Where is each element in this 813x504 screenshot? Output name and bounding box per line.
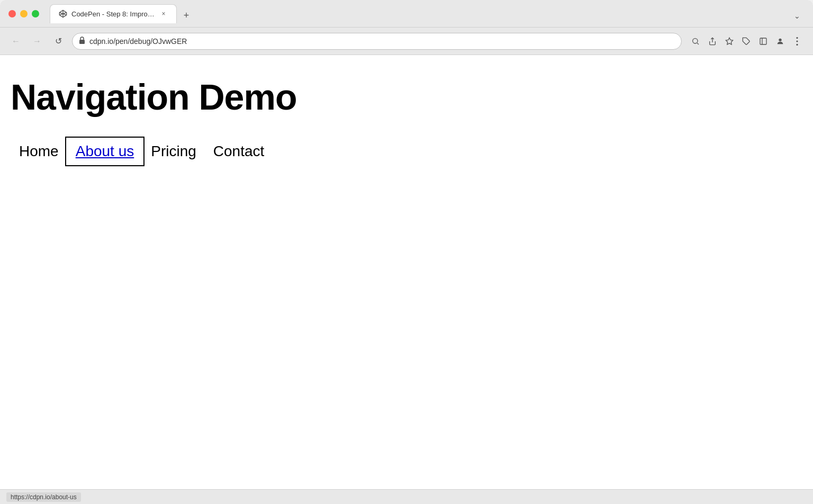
svg-marker-8 [726, 38, 733, 44]
navigation: Home About us Pricing Contact [11, 139, 802, 164]
nav-link-about[interactable]: About us [67, 139, 143, 164]
nav-item-pricing: Pricing [142, 139, 205, 164]
menu-button[interactable] [790, 34, 805, 49]
page-title: Navigation Demo [11, 76, 802, 118]
bookmark-button[interactable] [722, 34, 737, 49]
nav-item-contact: Contact [205, 139, 273, 164]
nav-links: Home About us Pricing Contact [11, 139, 802, 164]
share-button[interactable] [705, 34, 720, 49]
title-bar: CodePen - Step 8: Improve fo... × + ⌄ [0, 0, 813, 28]
lock-icon [79, 37, 85, 46]
nav-link-home[interactable]: Home [11, 139, 67, 164]
svg-point-13 [796, 37, 798, 39]
active-tab[interactable]: CodePen - Step 8: Improve fo... × [50, 4, 177, 23]
status-bar: https://cdpn.io/about-us [0, 489, 813, 504]
nav-item-about: About us [67, 139, 143, 164]
tab-bar: CodePen - Step 8: Improve fo... × + ⌄ [50, 4, 805, 23]
nav-link-pricing[interactable]: Pricing [142, 139, 205, 164]
maximize-window-button[interactable] [32, 10, 39, 17]
svg-point-14 [796, 40, 798, 42]
svg-point-15 [796, 43, 798, 45]
extensions-button[interactable] [739, 34, 754, 49]
close-window-button[interactable] [8, 10, 16, 17]
url-bar[interactable]: cdpn.io/pen/debug/OJvwGER [72, 33, 682, 50]
back-button[interactable]: ← [8, 34, 23, 49]
browser-window: CodePen - Step 8: Improve fo... × + ⌄ ← … [0, 0, 813, 504]
nav-item-home: Home [11, 139, 67, 164]
profile-button[interactable] [773, 34, 788, 49]
svg-rect-4 [79, 40, 85, 44]
svg-point-12 [779, 38, 781, 41]
status-url: https://cdpn.io/about-us [6, 492, 81, 502]
svg-line-6 [697, 43, 699, 44]
search-button[interactable] [688, 34, 703, 49]
nav-link-contact[interactable]: Contact [205, 139, 273, 164]
tab-close-button[interactable]: × [159, 10, 168, 18]
forward-button[interactable]: → [30, 34, 44, 49]
toolbar-icons [688, 34, 805, 49]
svg-rect-10 [760, 38, 766, 44]
address-bar: ← → ↺ cdpn.io/pen/debug/OJvwGER [0, 28, 813, 55]
sidebar-button[interactable] [756, 34, 771, 49]
tab-dropdown-button[interactable]: ⌄ [790, 8, 805, 23]
window-controls [8, 10, 39, 17]
reload-button[interactable]: ↺ [51, 34, 66, 49]
minimize-window-button[interactable] [20, 10, 28, 17]
svg-line-3 [63, 14, 67, 15]
page-content: Navigation Demo Home About us Pricing Co… [0, 55, 813, 489]
codepen-icon [59, 10, 67, 18]
tab-title: CodePen - Step 8: Improve fo... [71, 10, 155, 18]
svg-point-5 [693, 38, 698, 43]
url-address: cdpn.io/pen/debug/OJvwGER [89, 37, 675, 46]
new-tab-button[interactable]: + [179, 8, 194, 23]
svg-line-2 [59, 14, 63, 15]
